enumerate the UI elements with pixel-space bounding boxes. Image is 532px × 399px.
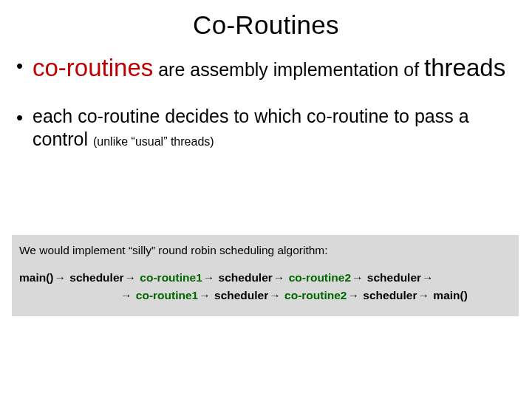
arrow-icon: → bbox=[351, 269, 364, 287]
seq-main-end: main() bbox=[433, 289, 468, 301]
slide: Co-Routines co-routines are assembly imp… bbox=[0, 0, 532, 399]
bullet-1-coroutines: co-routines bbox=[33, 54, 153, 81]
seq-cr1: co-routine1 bbox=[136, 289, 198, 301]
seq-sched: scheduler bbox=[367, 271, 421, 284]
bullet-1-threads: threads bbox=[424, 54, 505, 81]
bullet-2: each co-routine decides to which co-rout… bbox=[33, 105, 514, 150]
arrow-icon: → bbox=[202, 269, 216, 287]
box-intro-colon: : bbox=[324, 244, 327, 256]
bullet-list: co-routines are assembly implementation … bbox=[33, 53, 514, 150]
example-box: We would implement “silly” round robin s… bbox=[12, 235, 519, 316]
bullet-2-paren: (unlike “usual” threads) bbox=[93, 135, 214, 148]
bullet-1: co-routines are assembly implementation … bbox=[33, 53, 514, 83]
arrow-icon: → bbox=[198, 287, 211, 304]
arrow-icon: → bbox=[120, 287, 133, 304]
seq-sched: scheduler bbox=[363, 289, 417, 301]
seq-sched: scheduler bbox=[219, 271, 273, 284]
arrow-icon: → bbox=[124, 269, 137, 287]
slide-title: Co-Routines bbox=[0, 0, 532, 40]
arrow-icon: → bbox=[347, 287, 360, 304]
seq-cr1: co-routine1 bbox=[140, 271, 202, 284]
seq-cr2: co-routine2 bbox=[284, 289, 347, 301]
seq-main-start: main() bbox=[19, 271, 54, 284]
arrow-icon: → bbox=[417, 287, 431, 304]
box-intro-text: We would implement “silly” round robin s… bbox=[19, 244, 324, 256]
arrow-icon: → bbox=[268, 287, 282, 304]
seq-sched: scheduler bbox=[214, 289, 268, 301]
seq-sched: scheduler bbox=[69, 271, 123, 284]
arrow-icon: → bbox=[273, 269, 286, 287]
arrow-icon: → bbox=[54, 269, 67, 287]
sequence: main()→ scheduler→ co-routine1→ schedule… bbox=[19, 269, 511, 304]
box-intro-line: We would implement “silly” round robin s… bbox=[19, 244, 511, 257]
arrow-icon: → bbox=[421, 269, 434, 287]
bullet-1-text: are assembly implementation of bbox=[153, 59, 424, 80]
seq-cr2: co-routine2 bbox=[289, 271, 351, 284]
